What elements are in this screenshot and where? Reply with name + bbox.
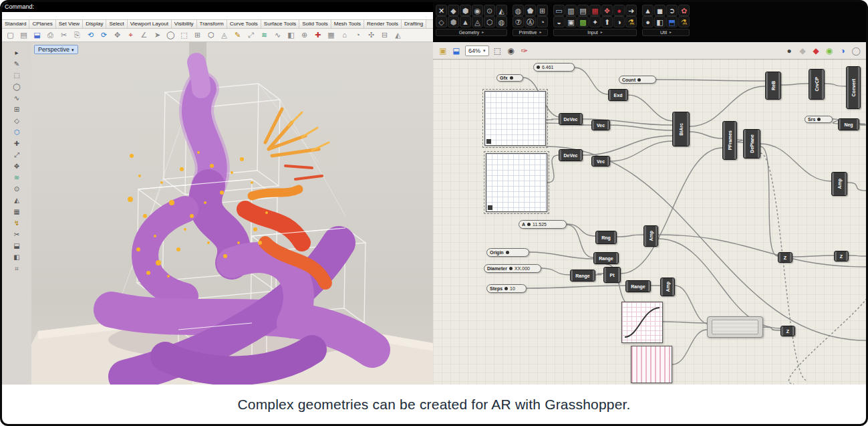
menu-tab-standard[interactable]: Standard (2, 20, 29, 28)
toolbar-icon-0[interactable]: ▢ (4, 29, 17, 41)
palette-icon-util-3[interactable]: ✿ (678, 5, 690, 16)
toolbar-icon-17[interactable]: ✎ (231, 29, 244, 41)
gh-node-range-3[interactable]: Range (625, 280, 651, 292)
palette-icon-primitive-1[interactable]: Ⓐ (525, 16, 536, 27)
palette-icon-input-3[interactable]: ▦ (589, 5, 601, 16)
palette-icon-input-4[interactable]: ⬆ (601, 16, 613, 27)
gh-node-z-2[interactable]: Z (780, 326, 795, 336)
canvas-zoom-select[interactable]: 64%▾ (465, 45, 489, 56)
gh-node-devec-2[interactable]: DeVec (559, 149, 583, 161)
gh-node-exd[interactable]: Exd (608, 89, 628, 101)
toolbar-icon-16[interactable]: ◬ (218, 29, 231, 41)
gh-grid-a[interactable] (484, 91, 546, 146)
palette-icon-input-3[interactable]: ✦ (589, 16, 601, 27)
palette-icon-geometry-3[interactable]: ◉ (472, 5, 483, 16)
menu-tab-render-tools[interactable]: Render Tools (364, 20, 402, 28)
gh-node-z-1[interactable]: Z (778, 252, 792, 263)
file-icon-0[interactable]: ▣ (437, 45, 449, 57)
palette-icon-input-2[interactable]: ▤ (577, 5, 589, 16)
side-tool-icon-14[interactable]: ▦ (10, 207, 23, 217)
palette-icon-input-6[interactable]: ⚗ (625, 16, 637, 27)
palette-icon-input-1[interactable]: ▣ (565, 16, 577, 27)
toolbar-icon-13[interactable]: ⬚ (178, 29, 190, 41)
toolbar-icon-1[interactable]: ▤ (17, 29, 30, 41)
palette-icon-util-2[interactable]: ➲ (666, 5, 678, 16)
palette-icon-input-5[interactable]: ● (613, 5, 625, 16)
toolbar-icon-19[interactable]: ≋ (258, 29, 271, 41)
palette-icon-util-0[interactable]: ▲ (642, 5, 654, 16)
gh-node-convert[interactable]: Convert (846, 66, 861, 109)
menu-tab-visibility[interactable]: Visibility (172, 20, 197, 28)
gh-node-amp-1[interactable]: Amp (831, 172, 847, 196)
palette-icon-geometry-4[interactable]: ⊙ (484, 5, 495, 16)
toolbar-icon-29[interactable]: ◭ (392, 29, 404, 41)
palette-icon-geometry-1[interactable]: ⬢ (448, 16, 459, 27)
gh-node-wide[interactable] (707, 316, 763, 338)
palette-icon-geometry-2[interactable]: ▲ (460, 16, 471, 27)
toolbar-icon-11[interactable]: ➤ (151, 29, 164, 41)
palette-icon-input-2[interactable]: ▩ (577, 16, 589, 27)
palette-icon-primitive-0[interactable]: ◍ (513, 5, 524, 16)
side-tool-icon-3[interactable]: ◯ (10, 82, 23, 92)
gh-node-deplane[interactable]: DePlane (743, 129, 760, 158)
side-tool-icon-8[interactable]: ✚ (10, 138, 23, 149)
slider-knob[interactable] (504, 287, 508, 290)
slider-knob[interactable] (537, 66, 540, 69)
toolbar-icon-25[interactable]: ⌂ (338, 29, 351, 41)
slider-knob[interactable] (817, 118, 821, 121)
rhino-viewport[interactable]: Perspective▾ (31, 42, 433, 385)
palette-icon-primitive-1[interactable]: ⬟ (525, 5, 536, 16)
rhino-command-input[interactable] (2, 12, 433, 20)
palette-icon-util-3[interactable]: ⚗ (678, 16, 690, 27)
gh-node-rng[interactable]: Rng (595, 231, 617, 244)
toolbar-icon-28[interactable]: ⊟ (378, 29, 391, 41)
gh-node-neg[interactable]: Neg (838, 118, 859, 130)
side-tool-icon-9[interactable]: ⤢ (10, 150, 23, 161)
palette-icon-primitive-2[interactable]: ◔ (537, 16, 548, 27)
side-tool-icon-13[interactable]: ◭ (10, 195, 23, 206)
toolbar-icon-22[interactable]: ⊕ (298, 29, 311, 41)
toolbar-icon-5[interactable]: ⎘ (71, 29, 84, 41)
side-tool-icon-1[interactable]: ✎ (10, 59, 23, 70)
side-tool-icon-16[interactable]: ✂ (10, 229, 23, 240)
menu-tab-cplanes[interactable]: CPlanes (29, 20, 55, 28)
display-icon-4[interactable]: ◑ (837, 45, 849, 57)
palette-group-label-primitive[interactable]: Primitive▸ (513, 29, 548, 36)
palette-icon-geometry-5[interactable]: ◍ (496, 16, 507, 27)
side-tool-icon-11[interactable]: ≋ (10, 173, 23, 183)
side-tool-icon-4[interactable]: ∿ (10, 93, 23, 104)
toolbar-icon-6[interactable]: ⟲ (84, 29, 97, 41)
rhino-command-bar[interactable]: Command: (2, 2, 433, 12)
palette-icon-geometry-4[interactable]: ⬡ (484, 16, 495, 27)
slider-knob[interactable] (510, 76, 513, 80)
gh-node-range-1[interactable]: Range (593, 252, 619, 264)
gh-node-reb[interactable]: ReB (765, 72, 781, 100)
side-tool-icon-12[interactable]: ⊙ (10, 184, 23, 195)
toolbar-icon-12[interactable]: ◯ (164, 29, 177, 41)
side-tool-icon-10[interactable]: ✥ (10, 161, 23, 172)
toolbar-icon-21[interactable]: ◧ (285, 29, 297, 41)
side-tool-icon-5[interactable]: ⊞ (10, 104, 23, 115)
palette-icon-geometry-5[interactable]: ◭ (496, 5, 507, 16)
gh-slider-srs[interactable]: Srs (805, 116, 833, 123)
gh-slider-diameter[interactable]: DiameterXX.000 (484, 264, 541, 273)
gh-slider-top[interactable]: 6.461 (533, 63, 575, 72)
gh-grid-b[interactable] (486, 153, 547, 212)
menu-tab-mesh-tools[interactable]: Mesh Tools (331, 20, 364, 28)
display-icon-5[interactable]: ◯ (850, 45, 862, 57)
toolbar-icon-9[interactable]: ⌖ (124, 29, 137, 41)
file-icon-1[interactable]: ⬓ (450, 45, 462, 57)
toolbar-icon-3[interactable]: ⎙ (44, 29, 57, 41)
palette-icon-geometry-3[interactable]: ◬ (472, 16, 483, 27)
gh-slider-steps[interactable]: Steps10 (486, 284, 527, 293)
gh-node-biarc[interactable]: BiArc (672, 112, 690, 146)
palette-icon-geometry-2[interactable]: ⬢ (460, 5, 471, 16)
gh-node-vec-1[interactable]: Vec (591, 120, 610, 130)
toolbar-icon-7[interactable]: ⟳ (98, 29, 110, 41)
palette-icon-util-2[interactable]: ⬒ (666, 16, 678, 27)
palette-icon-input-6[interactable]: ➜ (625, 5, 637, 16)
palette-icon-input-4[interactable]: ❖ (601, 5, 613, 16)
toolbar-icon-4[interactable]: ✂ (57, 29, 70, 41)
palette-icon-geometry-1[interactable]: ◆ (448, 5, 459, 16)
side-tool-icon-15[interactable]: ↯ (10, 218, 23, 229)
